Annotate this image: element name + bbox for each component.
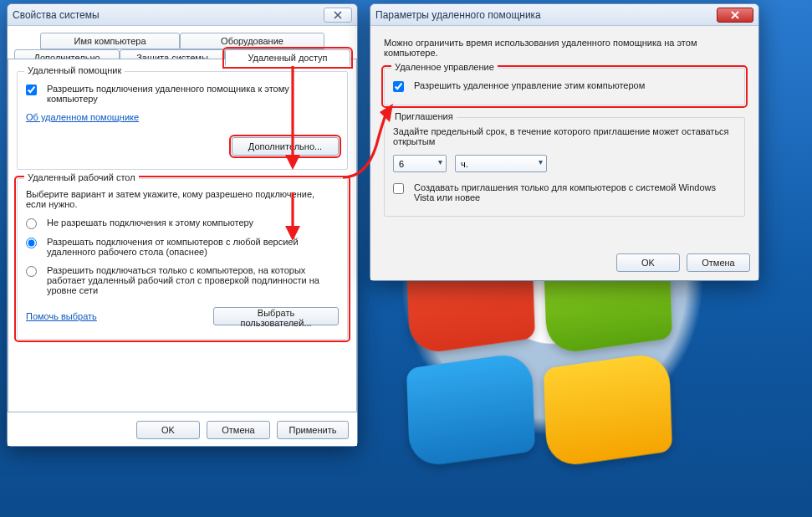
allow-ra-row: Разрешить подключения удаленного помощни… <box>26 84 339 104</box>
rdp-instruction: Выберите вариант и затем укажите, кому р… <box>26 189 327 209</box>
window-body: Можно ограничить время использования уда… <box>370 26 758 280</box>
group-remote-assistance: Удаленный помощник Разрешить подключения… <box>17 71 348 170</box>
group-label: Приглашения <box>391 111 457 121</box>
dialog-button-row: OK Отмена <box>370 253 758 272</box>
system-properties-window: Свойства системы Имя компьютера Оборудов… <box>7 3 358 447</box>
close-icon <box>730 11 740 19</box>
rdp-option-none-label: Не разрешать подключения к этому компьют… <box>47 218 253 228</box>
invitation-unit: ч. <box>461 159 468 169</box>
allow-ra-checkbox[interactable] <box>26 84 37 95</box>
rdp-option-nla-label: Разрешить подключаться только с компьюте… <box>47 265 331 295</box>
rdp-option-any[interactable] <box>26 238 37 248</box>
tab-remote[interactable]: Удаленный доступ <box>225 49 350 66</box>
win-logo-blue <box>406 351 535 468</box>
rdp-help-link[interactable]: Помочь выбрать <box>26 311 97 321</box>
allow-ra-label: Разрешить подключения удаленного помощни… <box>47 84 323 104</box>
window-body: Имя компьютера Оборудование Дополнительн… <box>8 26 357 446</box>
about-ra-link[interactable]: Об удаленном помощнике <box>26 112 139 122</box>
tab-hardware[interactable]: Оборудование <box>180 33 324 49</box>
window-title: Параметры удаленного помощника <box>375 9 717 21</box>
ra-intro: Можно ограничить время использования уда… <box>384 38 743 58</box>
cancel-button[interactable]: Отмена <box>687 253 750 272</box>
invitation-unit-select[interactable]: ч. <box>455 155 547 172</box>
ra-settings-window: Параметры удаленного помощника Можно огр… <box>370 3 759 281</box>
group-invitations: Приглашения Задайте предельный срок, в т… <box>384 117 745 217</box>
allow-remote-control-checkbox[interactable] <box>393 81 404 92</box>
group-remote-control: Удаленное управление Разрешить удаленное… <box>384 68 745 105</box>
titlebar-ra-settings[interactable]: Параметры удаленного помощника <box>370 4 758 26</box>
group-label: Удаленное управление <box>391 62 498 72</box>
rdp-option-any-label: Разрешать подключения от компьютеров с л… <box>47 237 331 257</box>
ra-advanced-button[interactable]: Дополнительно... <box>232 137 339 156</box>
close-button[interactable] <box>717 8 753 23</box>
vista-only-checkbox[interactable] <box>393 183 404 194</box>
window-title: Свойства системы <box>13 9 324 21</box>
close-button[interactable] <box>324 8 352 23</box>
tab-panel-remote: Удаленный помощник Разрешить подключения… <box>8 59 357 412</box>
desktop: Свойства системы Имя компьютера Оборудов… <box>0 0 812 517</box>
vista-only-label: Создавать приглашения только для компьют… <box>414 182 732 202</box>
cancel-button[interactable]: Отмена <box>207 421 270 439</box>
close-icon <box>333 11 343 19</box>
rdp-option-nla[interactable] <box>26 266 37 277</box>
group-label: Удаленный помощник <box>24 65 125 75</box>
dialog-button-row: OK Отмена Применить <box>8 421 357 439</box>
rdp-option-none[interactable] <box>26 218 37 229</box>
tab-computer-name[interactable]: Имя компьютера <box>40 33 180 49</box>
win-logo-yellow <box>544 351 672 468</box>
apply-button[interactable]: Применить <box>277 421 349 439</box>
select-users-button[interactable]: Выбрать пользователей... <box>213 307 339 325</box>
group-remote-desktop: Удаленный рабочий стол Выберите вариант … <box>17 178 348 340</box>
ok-button[interactable]: OK <box>136 421 200 439</box>
invitation-instruction: Задайте предельный срок, в течение котор… <box>393 126 736 146</box>
invitation-value-select[interactable]: 6 <box>393 155 447 172</box>
invitation-value: 6 <box>399 159 404 169</box>
ok-button[interactable]: OK <box>616 253 680 272</box>
allow-remote-control-label: Разрешить удаленное управление этим комп… <box>414 80 645 90</box>
group-label: Удаленный рабочий стол <box>24 172 139 182</box>
titlebar-system-properties[interactable]: Свойства системы <box>8 4 357 26</box>
